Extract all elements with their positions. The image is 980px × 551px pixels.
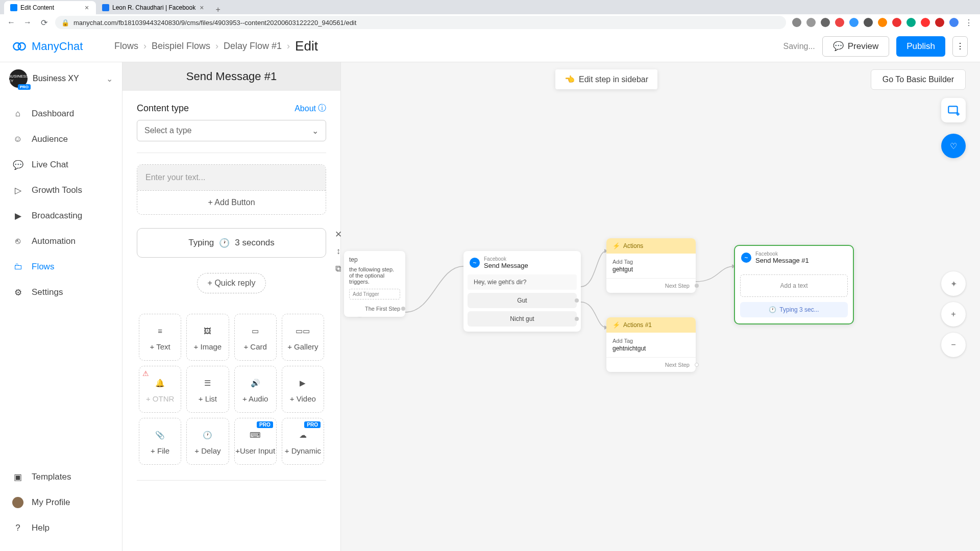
template-icon: ▣ bbox=[12, 471, 23, 483]
add-step-button[interactable] bbox=[941, 98, 966, 122]
palette-image[interactable]: 🖼+ Image bbox=[186, 314, 229, 361]
breadcrumb-item[interactable]: Beispiel Flows bbox=[152, 41, 210, 52]
ext-icon[interactable] bbox=[849, 18, 859, 27]
palette-dynamic[interactable]: PRO☁+ Dynamic bbox=[282, 418, 324, 465]
option-nicht-gut[interactable]: Nicht gut bbox=[468, 311, 577, 327]
breadcrumb-item[interactable]: Delay Flow #1 bbox=[224, 41, 282, 52]
feedback-button[interactable]: ♡ bbox=[941, 134, 966, 158]
palette-list[interactable]: ☰+ List bbox=[186, 366, 229, 413]
zoom-out-button[interactable]: − bbox=[941, 333, 966, 357]
close-icon[interactable]: × bbox=[84, 5, 90, 11]
node-trigger[interactable]: tep the following step. of the optional … bbox=[344, 251, 405, 317]
ext-icon[interactable] bbox=[821, 18, 830, 27]
clock-icon: 🕐 bbox=[769, 306, 776, 313]
ext-icon[interactable] bbox=[892, 18, 901, 27]
ext-icon[interactable] bbox=[835, 18, 844, 27]
ext-icon[interactable] bbox=[806, 18, 816, 27]
node-send-message-1[interactable]: ~ FacebookSend Message #1 Add a text 🕐Ty… bbox=[734, 245, 854, 324]
next-step[interactable]: Next Step bbox=[606, 357, 696, 372]
sidebar-item-profile[interactable]: My Profile bbox=[0, 490, 122, 515]
node-send-message[interactable]: ~ FacebookSend Message Hey, wie geht's d… bbox=[463, 251, 581, 332]
gallery-icon: ▭▭ bbox=[294, 324, 311, 338]
sidebar-item-audience[interactable]: ☺Audience bbox=[0, 127, 122, 152]
edit-sidebar-button[interactable]: 👈 Edit step in sidebar bbox=[555, 69, 657, 89]
node-header: ~ FacebookSend Message #1 bbox=[735, 246, 853, 269]
connector-dot[interactable] bbox=[401, 307, 405, 311]
browser-tab[interactable]: Leon R. Chaudhari | Facebook × bbox=[96, 1, 211, 14]
sidebar-item-broadcasting[interactable]: ▶Broadcasting bbox=[0, 203, 122, 229]
url-input[interactable]: 🔒 manychat.com/fb181039443240830/9/cms/f… bbox=[55, 16, 786, 29]
zoom-in-button[interactable]: + bbox=[941, 302, 966, 327]
palette-gallery[interactable]: ▭▭+ Gallery bbox=[282, 314, 324, 361]
nav-label: My Profile bbox=[32, 497, 70, 508]
palette-delay[interactable]: 🕐+ Delay bbox=[186, 418, 229, 465]
new-tab-button[interactable]: + bbox=[211, 5, 225, 14]
clock-icon: 🕐 bbox=[199, 428, 216, 442]
flow-canvas[interactable]: 👈 Edit step in sidebar Go To Basic Build… bbox=[341, 62, 980, 551]
sidebar-item-settings[interactable]: ⚙Settings bbox=[0, 280, 122, 305]
text-input[interactable]: Enter your text... bbox=[137, 165, 326, 190]
sidebar-item-automation[interactable]: ⎋Automation bbox=[0, 229, 122, 254]
palette-audio[interactable]: 🔊+ Audio bbox=[234, 366, 277, 413]
auto-arrange-button[interactable]: ✦ bbox=[941, 271, 966, 296]
node-actions-1[interactable]: ⚡Actions #1 Add Taggehtnichtgut Next Ste… bbox=[606, 317, 696, 372]
palette-label: + Delay bbox=[194, 446, 220, 455]
nav-label: Dashboard bbox=[32, 109, 74, 119]
facebook-icon: ~ bbox=[741, 253, 751, 263]
avatar-icon[interactable] bbox=[949, 18, 959, 27]
add-trigger-button[interactable]: Add Trigger bbox=[349, 289, 400, 299]
lock-icon: 🔒 bbox=[61, 19, 69, 27]
ext-icon[interactable] bbox=[792, 18, 801, 27]
sidebar-item-livechat[interactable]: 💬Live Chat bbox=[0, 152, 122, 178]
palette-otnr[interactable]: ⚠🔔+ OTNR bbox=[139, 366, 181, 413]
sidebar-item-dashboard[interactable]: ⌂Dashboard bbox=[0, 101, 122, 127]
ext-icon[interactable] bbox=[864, 18, 873, 27]
forward-icon[interactable]: → bbox=[22, 17, 33, 28]
typing-block[interactable]: Typing 🕐 3 seconds ✕ ↕ ⧉ bbox=[137, 228, 326, 258]
avatar-icon bbox=[12, 497, 23, 508]
connector-dot[interactable] bbox=[575, 298, 579, 303]
palette-label: + Video bbox=[290, 394, 316, 403]
connector-dot[interactable] bbox=[695, 284, 699, 288]
option-gut[interactable]: Gut bbox=[468, 293, 577, 308]
sidebar-item-growth[interactable]: ▷Growth Tools bbox=[0, 178, 122, 203]
help-icon: ? bbox=[12, 522, 23, 534]
ext-icon[interactable] bbox=[906, 18, 916, 27]
menu-icon[interactable]: ⋮ bbox=[964, 17, 974, 28]
breadcrumb-item[interactable]: Flows bbox=[114, 41, 138, 52]
ext-icon[interactable] bbox=[921, 18, 930, 27]
quick-reply-button[interactable]: + Quick reply bbox=[197, 273, 266, 293]
back-icon[interactable]: ← bbox=[6, 17, 16, 28]
pro-badge: PRO bbox=[257, 421, 273, 428]
sidebar-item-templates[interactable]: ▣Templates bbox=[0, 464, 122, 490]
close-icon[interactable]: × bbox=[199, 5, 205, 11]
add-button[interactable]: + Add Button bbox=[137, 190, 326, 214]
add-text-placeholder[interactable]: Add a text bbox=[740, 274, 848, 297]
next-step[interactable]: Next Step bbox=[606, 278, 696, 293]
palette-text[interactable]: ≡+ Text bbox=[139, 314, 181, 361]
more-button[interactable]: ⋮ bbox=[952, 36, 968, 57]
logo[interactable]: ManyChat bbox=[12, 39, 114, 54]
preview-button[interactable]: 💬 Preview bbox=[822, 36, 889, 57]
logo-text: ManyChat bbox=[32, 40, 83, 53]
ext-icon[interactable] bbox=[935, 18, 944, 27]
browser-tab-active[interactable]: Edit Content × bbox=[4, 1, 96, 14]
quick-reply-row: + Quick reply bbox=[137, 273, 326, 293]
palette-user-input[interactable]: PRO⌨+User Input bbox=[234, 418, 277, 465]
content-type-select[interactable]: Select a type ⌄ bbox=[137, 120, 326, 141]
publish-button[interactable]: Publish bbox=[896, 36, 945, 57]
node-actions[interactable]: ⚡Actions Add Taggehtgut Next Step bbox=[606, 238, 696, 293]
about-link[interactable]: Aboutⓘ bbox=[295, 103, 326, 114]
connector-dot[interactable] bbox=[575, 317, 579, 321]
reload-icon[interactable]: ⟳ bbox=[39, 17, 49, 28]
ext-icon[interactable] bbox=[878, 18, 887, 27]
connector-dot[interactable] bbox=[695, 363, 699, 367]
basic-builder-button[interactable]: Go To Basic Builder bbox=[871, 69, 966, 90]
sidebar-item-help[interactable]: ?Help bbox=[0, 515, 122, 541]
palette-video[interactable]: ▶+ Video bbox=[282, 366, 324, 413]
list-icon: ☰ bbox=[199, 376, 216, 390]
palette-card[interactable]: ▭+ Card bbox=[234, 314, 277, 361]
workspace-switcher[interactable]: BUSINESS XY PRO Business XY ⌄ bbox=[0, 62, 122, 95]
palette-file[interactable]: 📎+ File bbox=[139, 418, 181, 465]
sidebar-item-flows[interactable]: 🗀Flows bbox=[0, 254, 122, 280]
